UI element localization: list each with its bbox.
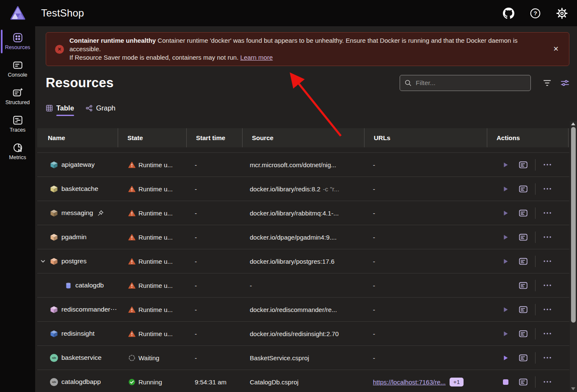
actions-cell <box>487 352 569 364</box>
resource-name[interactable]: catalogdb <box>75 282 104 289</box>
table-row[interactable]: basketcacheRuntime u...-docker.io/librar… <box>37 177 569 201</box>
filter-funnel-icon[interactable] <box>542 78 552 88</box>
console-logs-button[interactable] <box>519 354 527 362</box>
start-time-cell: 9:54:31 am <box>186 378 242 386</box>
console-logs-button[interactable] <box>519 161 527 168</box>
tab-graph[interactable]: Graph <box>86 104 116 116</box>
more-actions-button[interactable] <box>543 236 552 238</box>
table-row[interactable]: catalogdbRuntime u...--- <box>37 273 569 297</box>
sidebar-item-traces[interactable]: Traces <box>0 112 35 136</box>
console-logs-button[interactable] <box>519 282 527 289</box>
expand-chevron-icon[interactable] <box>39 259 47 264</box>
table-row[interactable]: redisinsightRuntime u...-docker.io/redis… <box>37 321 569 345</box>
column-header-name[interactable]: Name <box>37 128 118 147</box>
console-logs-button[interactable] <box>519 306 527 313</box>
state-label: Running <box>138 378 162 386</box>
column-header-source[interactable]: Source <box>242 128 364 147</box>
console-logs-button[interactable] <box>519 330 527 337</box>
actions-cell <box>487 232 569 243</box>
column-header-urls[interactable]: URLs <box>364 128 487 147</box>
console-logs-button[interactable] <box>519 258 527 265</box>
table-row[interactable]: </>catalogdbappRunning9:54:31 amCatalogD… <box>37 370 569 392</box>
state-label: Runtime u... <box>138 282 173 289</box>
scrollbar-thumb[interactable] <box>571 127 576 323</box>
column-header-start-time[interactable]: Start time <box>186 128 242 147</box>
filter-input[interactable] <box>416 79 526 87</box>
more-actions-button[interactable] <box>543 163 552 166</box>
more-actions-button[interactable] <box>543 260 552 262</box>
url-count-badge[interactable]: +1 <box>450 378 464 386</box>
aspire-logo <box>0 6 35 20</box>
resource-name[interactable]: apigateway <box>61 161 94 168</box>
start-time-value: - <box>195 210 197 217</box>
github-icon[interactable] <box>503 8 514 19</box>
console-logs-button[interactable] <box>519 185 527 193</box>
state-label: Waiting <box>138 354 159 362</box>
start-button[interactable] <box>501 186 510 192</box>
urls-cell: - <box>364 282 487 289</box>
stop-button[interactable] <box>501 379 510 385</box>
banner-close-icon[interactable]: ✕ <box>548 42 564 56</box>
warning-state-icon <box>128 258 135 265</box>
start-time-value: - <box>195 306 197 313</box>
console-logs-button[interactable] <box>519 210 527 217</box>
start-button[interactable] <box>501 234 510 240</box>
column-header-actions[interactable]: Actions <box>487 128 569 147</box>
start-button[interactable] <box>501 331 510 337</box>
table-row[interactable]: apigatewayRuntime u...-mcr.microsoft.com… <box>37 152 569 177</box>
resource-name[interactable]: pgadmin <box>61 233 86 241</box>
resource-name[interactable]: basketcache <box>61 185 98 193</box>
more-actions-button[interactable] <box>543 332 552 335</box>
actions-divider <box>535 328 536 340</box>
column-options-icon[interactable] <box>560 78 569 88</box>
table-row[interactable]: </>basketserviceWaiting-BasketService.cs… <box>37 345 569 370</box>
table-header: Name State Start time Source URLs Action… <box>37 128 569 147</box>
scrollbar-down-icon[interactable] <box>571 387 575 390</box>
start-button[interactable] <box>501 162 510 168</box>
scrollbar-up-icon[interactable] <box>571 122 575 125</box>
actions-cell <box>487 328 569 340</box>
resource-name[interactable]: catalogdbapp <box>61 378 101 386</box>
source-cell: docker.io/library/postgres:17.6 <box>242 258 364 265</box>
name-cell: postgres <box>37 257 118 265</box>
start-button[interactable] <box>501 258 510 265</box>
state-cell: Runtime u... <box>118 330 186 337</box>
more-actions-button[interactable] <box>543 212 552 214</box>
more-actions-button[interactable] <box>543 188 552 190</box>
start-button[interactable] <box>501 306 510 313</box>
table-row[interactable]: postgresRuntime u...-docker.io/library/p… <box>37 249 569 273</box>
resource-name[interactable]: postgres <box>61 257 86 265</box>
start-button[interactable] <box>501 355 510 361</box>
table-row[interactable]: pgadminRuntime u...-docker.io/dpage/pgad… <box>37 225 569 249</box>
sidebar-item-resources[interactable]: Resources <box>0 29 35 54</box>
start-button[interactable] <box>501 210 510 216</box>
actions-divider <box>535 159 536 171</box>
more-actions-button[interactable] <box>543 356 552 359</box>
more-actions-button[interactable] <box>543 381 552 383</box>
tab-table[interactable]: Table <box>46 104 74 116</box>
more-actions-button[interactable] <box>543 308 552 311</box>
sidebar-item-metrics[interactable]: Metrics <box>0 139 35 164</box>
settings-icon[interactable] <box>556 8 568 19</box>
actions-divider <box>535 376 536 388</box>
column-header-state[interactable]: State <box>118 128 186 147</box>
urls-value: - <box>373 234 375 241</box>
resource-name[interactable]: basketservice <box>61 354 102 362</box>
console-logs-button[interactable] <box>519 378 527 386</box>
endpoint-url-link[interactable]: https://localhost:7163/re... <box>373 378 446 386</box>
sidebar-item-console[interactable]: Console <box>0 57 35 81</box>
learn-more-link[interactable]: Learn more <box>240 54 273 61</box>
resource-name[interactable]: redisinsight <box>61 330 94 337</box>
resource-name[interactable]: messaging <box>61 209 93 217</box>
resource-name[interactable]: rediscommander⋯ <box>61 306 117 313</box>
table-row[interactable]: messagingRuntime u...-docker.io/library/… <box>37 201 569 225</box>
help-icon[interactable]: ? <box>530 8 541 19</box>
container-icon <box>50 161 58 169</box>
structured-logs-icon <box>12 87 23 98</box>
source-cell: - <box>242 282 364 289</box>
vertical-scrollbar[interactable] <box>570 121 577 392</box>
sidebar-item-structured[interactable]: Structured <box>0 84 35 109</box>
console-logs-button[interactable] <box>519 234 527 241</box>
more-actions-button[interactable] <box>543 284 552 287</box>
table-row[interactable]: rediscommander⋯Runtime u...-docker.io/re… <box>37 297 569 321</box>
